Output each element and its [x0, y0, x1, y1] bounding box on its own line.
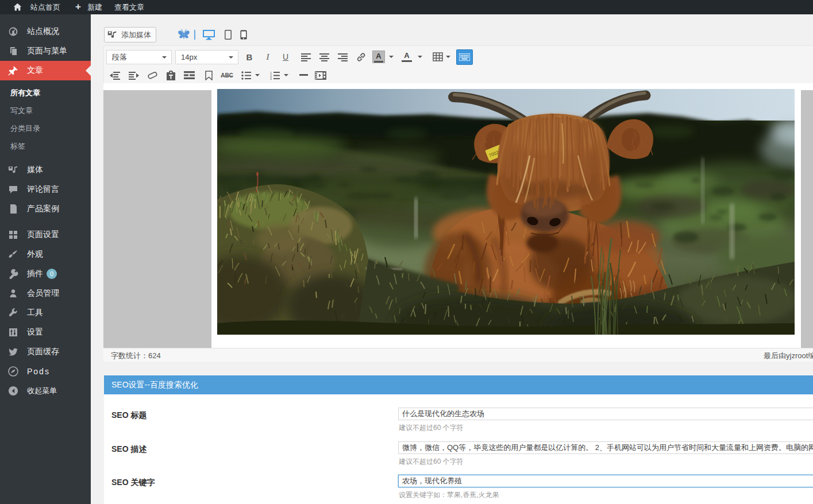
svg-text:3: 3	[270, 77, 272, 80]
